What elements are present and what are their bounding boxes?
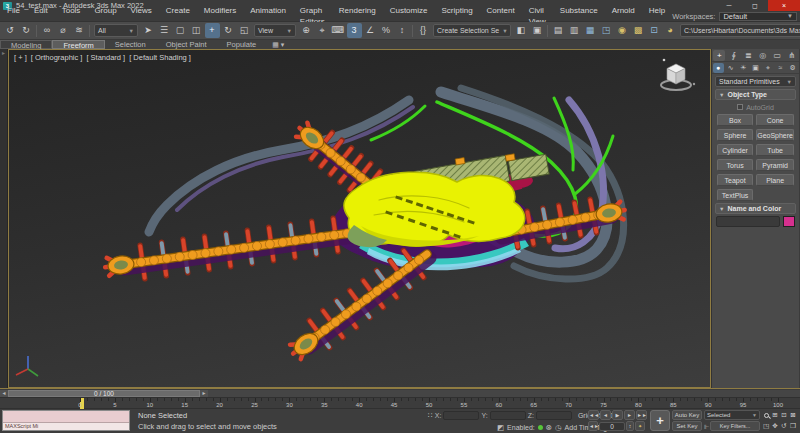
frame-spinner[interactable]: ↕ — [626, 421, 634, 431]
primitive-button-teapot[interactable]: Teapot — [717, 174, 753, 186]
curve-editor-icon[interactable]: ▦ — [583, 23, 598, 38]
primitives-category-dropdown[interactable]: Standard Primitives ▼ — [715, 76, 796, 87]
keyboard-override-icon[interactable]: ⌨ — [331, 23, 346, 38]
zoom-region-icon[interactable]: ◳ — [762, 421, 770, 431]
ribbon-tab-object-paint[interactable]: Object Paint — [156, 40, 217, 49]
lights-category-icon[interactable]: ☀ — [738, 63, 749, 73]
key-selection-dropdown[interactable]: Selected ▼ — [704, 410, 760, 420]
viewport[interactable]: [ + ] [ Orthographic ] [ Standard ] [ De… — [8, 49, 711, 388]
track-bar[interactable]: 0510152025303540455055606570758085909510… — [0, 397, 800, 409]
key-mode-icon[interactable]: ⊩ — [704, 423, 709, 430]
time-slider-handle[interactable]: 0 / 100 — [8, 390, 200, 397]
selection-lock-icon[interactable]: ⊗ — [546, 423, 552, 432]
orbit-icon[interactable]: ↺ — [780, 421, 788, 431]
object-color-swatch[interactable] — [783, 216, 795, 227]
maxscript-mini-listener[interactable]: MAXScript Mi — [2, 410, 130, 431]
snaps-toggle-icon[interactable]: 3 — [347, 23, 362, 38]
toggle-ribbon-icon[interactable]: ▥ — [567, 23, 582, 38]
autogrid-checkbox[interactable] — [737, 104, 743, 110]
zoom-extents-icon[interactable]: ⊡ — [780, 410, 788, 420]
material-editor-icon[interactable]: ◉ — [615, 23, 630, 38]
maxscript-macro-pane[interactable] — [3, 411, 129, 423]
create-tab-icon[interactable]: + — [713, 50, 725, 61]
primitive-button-plane[interactable]: Plane — [756, 174, 794, 186]
set-keys-button[interactable]: + — [650, 410, 670, 431]
unlink-selection-icon[interactable]: ⌀ — [56, 23, 71, 38]
primitive-button-textplus[interactable]: TextPlus — [717, 189, 753, 201]
degradation-toggle-icon[interactable]: ◩ — [497, 423, 504, 432]
align-icon[interactable]: ▣ — [530, 23, 545, 38]
shapes-category-icon[interactable]: ∿ — [725, 63, 736, 73]
viewport-menu-standard[interactable]: [ Standard ] — [86, 53, 125, 62]
viewport-layout-tabs[interactable]: ▸ — [0, 49, 8, 388]
undo-icon[interactable]: ↺ — [3, 23, 18, 38]
named-selection-sets-icon[interactable]: {} — [416, 23, 431, 38]
primitive-button-cylinder[interactable]: Cylinder — [717, 144, 753, 156]
ribbon-config-icon[interactable]: ▦ ▾ — [272, 41, 284, 49]
named-selection-dropdown[interactable]: Create Selection Se▼ — [433, 24, 511, 37]
viewport-menu-shading[interactable]: [ Default Shading ] — [129, 53, 191, 62]
hierarchy-tab-icon[interactable]: ≣ — [742, 50, 754, 61]
geometry-category-icon[interactable]: ● — [713, 63, 724, 73]
use-pivot-center-icon[interactable]: ⊕ — [299, 23, 314, 38]
previous-frame-button[interactable]: ◄ — [600, 410, 611, 420]
primitive-button-tube[interactable]: Tube — [756, 144, 794, 156]
primitive-button-geosphere[interactable]: GeoSphere — [756, 129, 794, 141]
bind-to-space-warp-icon[interactable]: ≋ — [72, 23, 87, 38]
coord-field-y-[interactable] — [490, 411, 526, 420]
viewcube[interactable] — [654, 56, 698, 96]
angle-snap-icon[interactable]: ∠ — [363, 23, 378, 38]
schematic-view-icon[interactable]: ◳ — [599, 23, 614, 38]
display-tab-icon[interactable]: ▭ — [771, 50, 783, 61]
utilities-tab-icon[interactable]: ⋔ — [786, 50, 798, 61]
window-crossing-icon[interactable]: ◫ — [189, 23, 204, 38]
auto-key-button[interactable]: Auto Key — [672, 410, 702, 420]
helpers-category-icon[interactable]: ⌖ — [762, 63, 773, 73]
primitive-button-sphere[interactable]: Sphere — [717, 129, 753, 141]
spacewarps-category-icon[interactable]: ≈ — [775, 63, 786, 73]
selection-filter-dropdown[interactable]: All▼ — [94, 24, 138, 37]
project-folder-dropdown[interactable]: C:\Users\Hbartar\Documents\3ds Max 2022▼ — [680, 24, 800, 37]
coord-field-x-[interactable] — [443, 411, 479, 420]
viewport-menu-general[interactable]: [ + ] — [14, 53, 27, 62]
time-slider-back-button[interactable]: ◄ — [0, 390, 8, 397]
select-and-scale-icon[interactable]: ◱ — [237, 23, 252, 38]
minimize-button[interactable]: ─ — [716, 0, 742, 11]
restore-button[interactable]: ◻ — [742, 0, 768, 11]
go-to-start-button[interactable]: ◄◄ — [588, 410, 599, 420]
layer-explorer-icon[interactable]: ▤ — [551, 23, 566, 38]
primitive-button-box[interactable]: Box — [717, 114, 753, 126]
primitive-button-cone[interactable]: Cone — [756, 114, 794, 126]
render-setup-icon[interactable]: ▩ — [631, 23, 646, 38]
set-key-button[interactable]: Set Key — [672, 421, 702, 431]
current-frame-field[interactable]: 0 — [599, 422, 625, 431]
go-to-end-button[interactable]: ►► — [636, 410, 647, 420]
time-slider-forward-button[interactable]: ► — [200, 390, 208, 397]
workspaces-dropdown[interactable]: Default▼ — [719, 12, 797, 21]
mirror-icon[interactable]: ◧ — [514, 23, 529, 38]
play-button[interactable]: ▶ — [612, 410, 623, 420]
redo-icon[interactable]: ↻ — [19, 23, 34, 38]
zoom-extents-all-icon[interactable]: ⊠ — [789, 410, 797, 420]
primitive-button-torus[interactable]: Torus — [717, 159, 753, 171]
object-type-rollout[interactable]: ▼ Object Type — [715, 89, 796, 100]
systems-category-icon[interactable]: ⚙ — [787, 63, 798, 73]
next-frame-button[interactable]: ► — [624, 410, 635, 420]
ribbon-tab-modeling[interactable]: Modeling — [0, 40, 52, 49]
zoom-icon[interactable] — [762, 410, 770, 420]
rendered-frame-icon[interactable]: ⊡ — [647, 23, 662, 38]
select-by-name-icon[interactable]: ☰ — [157, 23, 172, 38]
spinner-snap-icon[interactable]: ↕ — [395, 23, 410, 38]
ribbon-tab-populate[interactable]: Populate — [217, 40, 267, 49]
motion-tab-icon[interactable]: ◎ — [757, 50, 769, 61]
zoom-all-icon[interactable]: ⊞ — [771, 410, 779, 420]
primitive-button-pyramid[interactable]: Pyramid — [756, 159, 794, 171]
object-name-field[interactable] — [716, 216, 780, 227]
name-and-color-rollout[interactable]: ▼ Name and Color — [715, 203, 796, 214]
select-and-manipulate-icon[interactable]: ⌖ — [315, 23, 330, 38]
viewport-menu-pov[interactable]: [ Orthographic ] — [31, 53, 83, 62]
pan-icon[interactable]: ✥ — [771, 421, 779, 431]
cameras-category-icon[interactable]: ▣ — [750, 63, 761, 73]
modify-tab-icon[interactable]: ∮ — [728, 50, 740, 61]
close-button[interactable]: × — [768, 0, 800, 11]
